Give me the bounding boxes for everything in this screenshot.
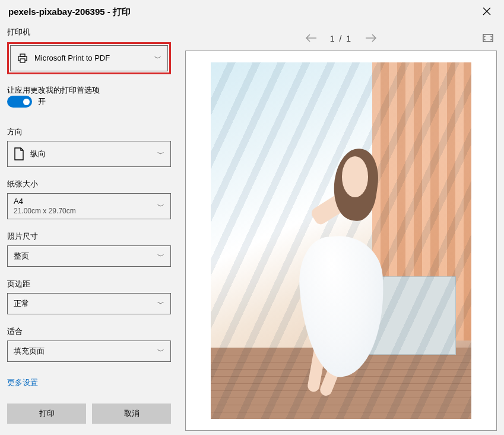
page-current: 1	[330, 34, 336, 43]
print-button[interactable]: 打印	[7, 404, 86, 424]
fit-selected: 填充页面	[14, 346, 157, 356]
fit-label: 适合	[7, 326, 171, 337]
chevron-down-icon: ﹀	[157, 251, 164, 261]
more-settings-link[interactable]: 更多设置	[7, 377, 171, 388]
print-settings-sidebar: 打印机 Microsoft Print to PDF ﹀ 让应用更改我的打印首选…	[0, 22, 178, 435]
close-button[interactable]	[478, 5, 496, 20]
prev-page-button[interactable]	[305, 33, 317, 45]
page-navigation: 1 / 1	[185, 27, 497, 51]
fit-page-icon	[483, 34, 493, 42]
printer-highlight: Microsoft Print to PDF ﹀	[7, 42, 171, 74]
printer-selected: Microsoft Print to PDF	[34, 53, 154, 63]
paper-size-selected: A4	[14, 197, 157, 206]
svg-rect-1	[20, 54, 25, 56]
chevron-down-icon: ﹀	[157, 346, 164, 357]
arrow-right-icon	[365, 34, 377, 42]
margins-dropdown[interactable]: 正常 ﹀	[7, 293, 171, 314]
paper-size-dropdown[interactable]: A4 21.00cm x 29.70cm ﹀	[7, 193, 171, 219]
chevron-down-icon: ﹀	[157, 149, 164, 159]
photo-size-selected: 整页	[14, 251, 157, 261]
photo-size-dropdown[interactable]: 整页 ﹀	[7, 245, 171, 267]
fit-to-page-button[interactable]	[483, 34, 493, 44]
allow-change-label: 让应用更改我的打印首选项	[7, 85, 171, 96]
chevron-down-icon: ﹀	[154, 53, 161, 64]
chevron-down-icon: ﹀	[157, 299, 164, 309]
margins-label: 页边距	[7, 279, 171, 289]
page-sep: /	[340, 34, 343, 43]
svg-rect-2	[20, 59, 25, 62]
page-total: 1	[346, 34, 352, 43]
orientation-selected: 纵向	[30, 149, 157, 159]
margins-selected: 正常	[14, 299, 157, 308]
portrait-page-icon	[14, 147, 24, 160]
preview-image	[211, 62, 471, 419]
photo-size-label: 照片尺寸	[7, 231, 171, 242]
printer-icon	[17, 52, 28, 64]
close-icon	[483, 7, 491, 15]
paper-size-label: 纸张大小	[7, 179, 171, 190]
cancel-button[interactable]: 取消	[92, 404, 171, 424]
printer-label: 打印机	[7, 27, 171, 37]
printer-dropdown[interactable]: Microsoft Print to PDF ﹀	[10, 45, 168, 71]
toggle-state-text: 开	[38, 96, 46, 107]
page-preview-frame	[185, 51, 497, 431]
orientation-dropdown[interactable]: 纵向 ﹀	[7, 141, 171, 167]
next-page-button[interactable]	[365, 33, 377, 45]
chevron-down-icon: ﹀	[157, 201, 164, 212]
window-title: pexels-pixabay-206395 - 打印	[8, 7, 131, 18]
paper-size-sub: 21.00cm x 29.70cm	[14, 207, 157, 216]
orientation-label: 方向	[7, 127, 171, 137]
page-indicator: 1 / 1	[330, 34, 352, 43]
title-bar: pexels-pixabay-206395 - 打印	[0, 0, 504, 22]
fit-dropdown[interactable]: 填充页面 ﹀	[7, 341, 171, 362]
arrow-left-icon	[305, 34, 317, 42]
svg-rect-3	[483, 34, 493, 42]
preview-area: 1 / 1	[178, 22, 504, 435]
allow-change-toggle[interactable]	[7, 96, 32, 108]
